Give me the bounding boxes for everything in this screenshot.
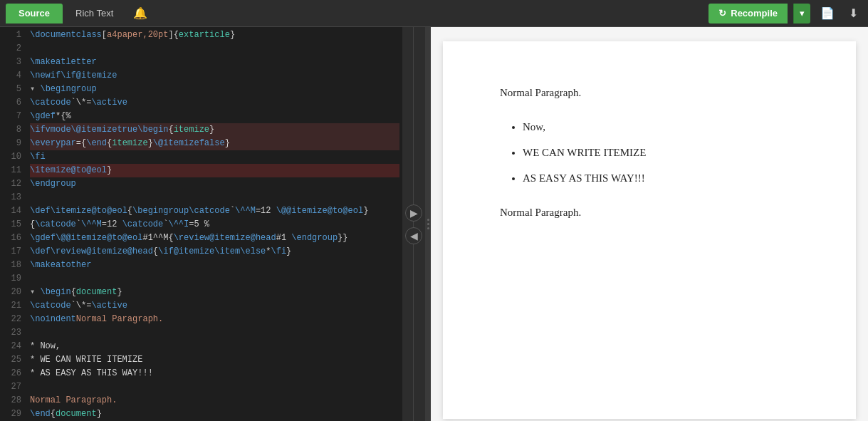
line-number-17: 17	[0, 245, 21, 259]
preview-paragraph-1: Normal Paragraph.	[500, 84, 799, 101]
preview-paragraph-2: Normal Paragraph.	[500, 204, 799, 221]
preview-panel[interactable]: Normal Paragraph. Now,WE CAN WRITE ITEMI…	[431, 27, 868, 421]
preview-list-item-1: WE CAN WRITE ITEMIZE	[523, 144, 799, 161]
line-number-10: 10	[0, 150, 21, 164]
line-number-8: 8	[0, 123, 21, 137]
code-line-12: \endgroup	[30, 177, 399, 191]
code-line-5: ▾ \begingroup	[30, 83, 399, 96]
download-icon: ⬇	[849, 6, 858, 20]
line-number-11: ✕11	[0, 164, 21, 177]
resize-handle[interactable]	[425, 27, 431, 421]
handle-dot-1	[427, 219, 429, 221]
line-numbers: 12345678⚠910✕111213141516171819202122232…	[0, 27, 27, 421]
toolbar: Source Rich Text 🔔 ↻ Recompile ▾ 📄 ⬇	[0, 0, 868, 27]
code-line-18: \makeatother	[30, 259, 399, 272]
line-number-12: 12	[0, 177, 21, 191]
tab-source[interactable]: Source	[6, 4, 63, 24]
code-line-22: \noindent Normal Paragraph.	[30, 313, 399, 326]
document-icon: 📄	[820, 6, 835, 20]
code-line-19	[30, 272, 399, 286]
code-line-11: \itemize@to@eol}	[30, 164, 399, 177]
line-number-1: 1	[0, 28, 21, 42]
line-number-6: 6	[0, 96, 21, 110]
code-line-3: \makeatletter	[30, 56, 399, 69]
main-content: 12345678⚠910✕111213141516171819202122232…	[0, 27, 868, 421]
code-line-26: * AS EASY AS THIS WAY!!!	[30, 367, 399, 380]
line-number-27: 27	[0, 380, 21, 394]
line-number-15: 15	[0, 218, 21, 232]
recompile-icon: ↻	[718, 8, 726, 19]
code-line-6: \catcode`\*=\active	[30, 96, 399, 110]
line-number-29: 29	[0, 407, 21, 421]
toolbar-right: ↻ Recompile ▾ 📄 ⬇	[708, 4, 862, 24]
code-line-10: \fi	[30, 150, 399, 164]
preview-list-item-0: Now,	[523, 118, 799, 135]
line-number-25: 25	[0, 353, 21, 367]
code-line-20: ▾ \begin{document}	[30, 286, 399, 299]
line-number-28: 28	[0, 394, 21, 407]
handle-dot-2	[427, 223, 429, 225]
code-line-9: \everypar={\end{itemize}\@itemizefalse}	[30, 137, 399, 150]
code-line-13	[30, 191, 399, 204]
code-line-17: \def\review@itemize@head{\if@itemize\ite…	[30, 245, 399, 259]
expand-right-button[interactable]: ▶	[405, 204, 422, 222]
fold-arrow[interactable]: ▾	[30, 83, 40, 96]
code-line-2	[30, 42, 399, 56]
line-number-14: 14	[0, 204, 21, 218]
line-number-18: 18	[0, 259, 21, 272]
preview-list-item-2: AS EASY AS THIS WAY!!!	[523, 170, 799, 187]
preview-list: Now,WE CAN WRITE ITEMIZEAS EASY AS THIS …	[523, 118, 799, 187]
document-button[interactable]: 📄	[816, 4, 839, 23]
line-number-13: 13	[0, 191, 21, 204]
line-number-2: 2	[0, 42, 21, 56]
code-line-24: * Now,	[30, 340, 399, 353]
code-line-8: \ifvmode\@itemizetrue\begin{itemize}	[30, 123, 399, 137]
dropdown-arrow-icon: ▾	[800, 8, 805, 19]
code-line-25: * WE CAN WRITE ITEMIZE	[30, 353, 399, 367]
recompile-label: Recompile	[731, 8, 778, 19]
line-number-22: 22	[0, 313, 21, 326]
panel-divider: ▶ ◀	[402, 27, 425, 421]
editor-panel: 12345678⚠910✕111213141516171819202122232…	[0, 27, 402, 421]
line-number-19: 19	[0, 272, 21, 286]
expand-left-button[interactable]: ◀	[405, 227, 422, 244]
line-number-24: 24	[0, 340, 21, 353]
line-number-5: 5	[0, 83, 21, 96]
line-number-20: 20	[0, 286, 21, 299]
fold-arrow[interactable]: ▾	[30, 286, 40, 299]
code-line-16: \gdef\@@itemize@to@eol#1^^M{\review@item…	[30, 232, 399, 245]
line-number-9: ⚠9	[0, 137, 21, 150]
code-line-29: \end{document}	[30, 407, 399, 421]
handle-dot-3	[427, 227, 429, 229]
line-number-7: 7	[0, 110, 21, 123]
line-number-26: 26	[0, 367, 21, 380]
code-line-21: \catcode`\*=\active	[30, 299, 399, 313]
line-number-16: 16	[0, 232, 21, 245]
notification-icon[interactable]: 🔔	[133, 6, 147, 21]
recompile-dropdown-button[interactable]: ▾	[793, 4, 810, 24]
recompile-button[interactable]: ↻ Recompile	[708, 4, 788, 24]
code-line-14: \def\itemize@to@eol{\begingroup\catcode`…	[30, 204, 399, 218]
line-number-3: 3	[0, 56, 21, 69]
preview-page: Normal Paragraph. Now,WE CAN WRITE ITEMI…	[443, 41, 856, 419]
code-line-27	[30, 380, 399, 394]
code-line-15: {\catcode`\^^M=12 \catcode`\^^I=5 %	[30, 218, 399, 232]
line-number-4: 4	[0, 69, 21, 83]
code-line-4: \newif\if@itemize	[30, 69, 399, 83]
download-button[interactable]: ⬇	[845, 4, 862, 23]
code-area[interactable]: \documentclass[a4paper,20pt]{extarticle}…	[27, 27, 402, 421]
code-line-1: \documentclass[a4paper,20pt]{extarticle}	[30, 28, 399, 42]
code-line-28: Normal Paragraph.	[30, 394, 399, 407]
line-number-21: 21	[0, 299, 21, 313]
tabs-section: Source Rich Text 🔔	[6, 4, 147, 24]
tab-richtext[interactable]: Rich Text	[63, 4, 126, 24]
line-number-23: 23	[0, 326, 21, 340]
code-line-23	[30, 326, 399, 340]
code-line-7: \gdef*{%	[30, 110, 399, 123]
